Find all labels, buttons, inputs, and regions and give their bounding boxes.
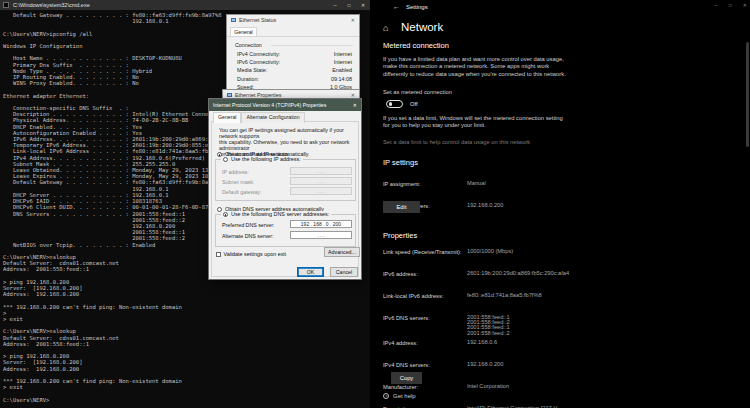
toggle-knob	[389, 102, 393, 106]
close-icon[interactable]: ✕	[743, 2, 747, 8]
set-metered-label: Set as metered connection	[383, 89, 452, 96]
property-label: IPv6 address:	[383, 271, 467, 277]
scrollbar-thumb[interactable]	[746, 42, 749, 147]
ip-settings-row: IP assignment:Manual	[383, 181, 643, 199]
field-input[interactable]: 192 . 168 . 0 . 200	[290, 220, 352, 228]
field-input[interactable]: . . .	[290, 167, 352, 175]
settings-titlebar-label: Settings	[406, 4, 428, 10]
cmd-window-title: C:\Windows\system32\cmd.exe	[13, 2, 90, 8]
property-label: Link-local IPv6 address:	[383, 293, 467, 299]
ethernet-icon	[227, 93, 232, 97]
minimize-icon[interactable]: ─	[714, 2, 718, 8]
ip-settings-heading: IP settings	[383, 158, 418, 167]
tab-general[interactable]: General	[213, 112, 241, 123]
ip-settings-rows: IP assignment:Manual IPv4 DNS servers:19…	[383, 181, 643, 225]
field-label: IP address:	[222, 169, 249, 175]
connection-row-value: 09:14:08	[331, 76, 352, 84]
use-ip-group: Use the following IP address: IP address…	[215, 159, 356, 201]
connection-row-label: IPv6 Connectivity:	[237, 59, 280, 67]
desktop: C:\Windows\system32\cmd.exe ─ □ ✕ Defaul…	[0, 0, 750, 408]
property-label: IPv6 DNS servers:	[383, 315, 467, 321]
terminal-output[interactable]: Default Gateway . . . . . . . . . : fe80…	[3, 12, 222, 403]
property-value: Intel Corporation	[467, 384, 509, 389]
edit-button[interactable]: Edit	[383, 201, 420, 213]
copy-button[interactable]: Copy	[391, 372, 422, 384]
ip-fields: IP address: . . . Subnet mask: . . . Def…	[216, 160, 355, 197]
set-data-limit-link[interactable]: Set a data limit to help control data us…	[383, 139, 530, 145]
field-input[interactable]: . . .	[290, 187, 352, 195]
connection-row: Media State: Enabled	[237, 67, 352, 75]
radio-use-dns[interactable]: Use the following DNS server addresses:	[221, 211, 331, 217]
property-value: 192.168.0.200	[467, 362, 503, 367]
row-label: IP assignment:	[383, 181, 467, 187]
page-title: Network	[401, 21, 443, 33]
cancel-button[interactable]: Cancel	[330, 267, 358, 277]
settings-window: ← Settings ─ □ ✕ ⌂ Network Metered conne…	[370, 0, 750, 408]
radio-selected-icon	[223, 212, 228, 217]
property-row: IPv6 address:2601:19b:200:29d0:a869:fb5c…	[383, 271, 643, 289]
maximize-icon[interactable]: □	[342, 0, 356, 10]
property-value: 1000/1000 (Mbps)	[467, 249, 513, 254]
toggle-state-label: Off	[410, 101, 418, 107]
data-limit-description: If you set a data limit, Windows will se…	[383, 115, 563, 130]
ip-field-row: IP address: . . .	[216, 167, 355, 177]
property-value: 2001:558:feed::1 2001:558:feed::2 2001:5…	[467, 315, 510, 337]
property-row: IPv4 DNS servers:192.168.0.200	[383, 362, 643, 380]
radio-use-ip[interactable]: Use the following IP address:	[221, 156, 303, 162]
property-row: Link-local IPv6 address:fe80::e81d:741a:…	[383, 293, 643, 311]
back-icon[interactable]: ←	[393, 3, 400, 10]
tab-alternate-configuration[interactable]: Alternate Configuration	[241, 112, 304, 123]
ethernet-icon	[231, 18, 236, 22]
metered-toggle[interactable]	[386, 100, 403, 108]
group-divider	[271, 45, 353, 46]
ok-button[interactable]: OK	[297, 267, 324, 277]
row-value: 192.168.0.200	[467, 203, 503, 208]
connection-row-label: Media State:	[237, 67, 267, 75]
maximize-icon[interactable]: □	[729, 2, 732, 8]
property-label: IPv4 DNS servers:	[383, 362, 467, 368]
dns-fields: Preferred DNS server: 192 . 168 . 0 . 20…	[216, 215, 355, 242]
close-icon[interactable]: ✕	[356, 0, 370, 10]
checkbox-icon	[216, 252, 221, 257]
field-input[interactable]: . . .	[290, 231, 352, 239]
ipv4-properties-dialog: Internet Protocol Version 4 (TCP/IPv4) P…	[208, 98, 362, 280]
home-icon: ⌂	[383, 23, 388, 33]
get-help-icon: ?	[383, 393, 389, 399]
properties-heading: Properties	[383, 231, 417, 240]
ip-field-row: Subnet mask: . . .	[216, 177, 355, 187]
validate-checkbox-row[interactable]: Validate settings upon exit	[216, 251, 286, 257]
field-label: Preferred DNS server:	[222, 222, 274, 228]
field-label: Alternate DNS server:	[222, 233, 274, 239]
connection-row-value: Internet	[334, 59, 352, 67]
connection-rows: IPv4 Connectivity: Internet IPv6 Connect…	[237, 51, 352, 92]
property-label: IPv4 address:	[383, 340, 467, 346]
connection-row-value: Enabled	[332, 67, 352, 75]
get-help-label: Get help	[393, 393, 416, 399]
get-help-link[interactable]: ?Get help	[383, 393, 416, 399]
advanced-button[interactable]: Advanced...	[324, 247, 360, 257]
metered-description: If you have a limited data plan and want…	[383, 56, 566, 78]
close-icon[interactable]: ✕	[353, 102, 357, 108]
ip-settings-row: IPv4 DNS servers:192.168.0.200	[383, 203, 643, 221]
ipv4-titlebar[interactable]: Internet Protocol Version 4 (TCP/IPv4) P…	[209, 99, 361, 111]
validate-label: Validate settings upon exit	[224, 251, 287, 257]
field-label: Default gateway:	[222, 189, 261, 195]
cmd-titlebar[interactable]: C:\Windows\system32\cmd.exe ─ □ ✕	[0, 0, 370, 10]
property-value: 2601:19b:200:29d0:a869:fb5c:290c:afa4	[467, 271, 569, 276]
ipv4-dialog-title: Internet Protocol Version 4 (TCP/IPv4) P…	[213, 102, 326, 108]
use-dns-group: Use the following DNS server addresses: …	[215, 214, 356, 247]
ip-field-row: Default gateway: . . .	[216, 187, 355, 197]
ethernet-status-dialog: Ethernet Status ✕ General Connection IPv…	[226, 14, 360, 94]
ipv4-tabs: General Alternate Configuration	[213, 112, 305, 123]
field-input[interactable]: . . .	[290, 177, 352, 185]
property-label: Link speed (Receive/Transmit):	[383, 249, 467, 255]
ethernet-status-title: Ethernet Status	[239, 17, 276, 23]
tab-general[interactable]: General	[230, 27, 257, 36]
dns-field-row: Alternate DNS server: . . .	[216, 231, 355, 242]
status-tabstrip: General	[227, 26, 359, 37]
minimize-icon[interactable]: ─	[328, 0, 342, 10]
close-icon[interactable]: ✕	[351, 17, 355, 23]
radio-use-dns-label: Use the following DNS server addresses:	[231, 211, 329, 217]
connection-group-label: Connection	[235, 42, 262, 48]
metered-connection-heading: Metered connection	[383, 41, 449, 50]
